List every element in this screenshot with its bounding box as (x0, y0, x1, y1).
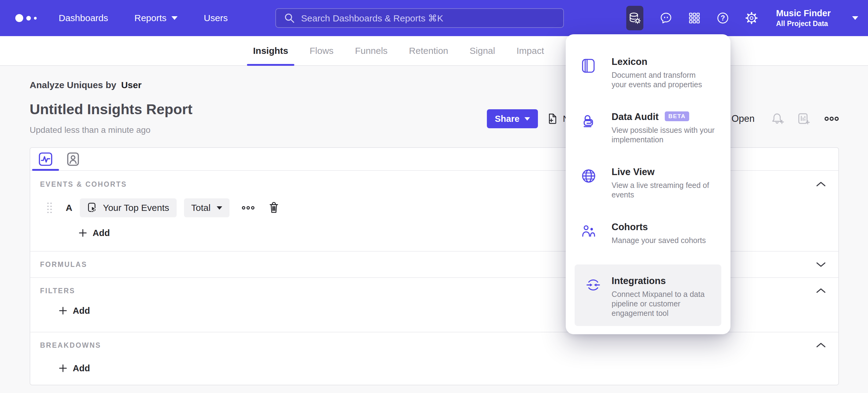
analysis-type-label: Analyze Uniques by (30, 80, 116, 90)
more-options-button[interactable] (824, 115, 839, 122)
menu-item-data-audit[interactable]: Data Audit BETA View possible issues wit… (566, 111, 731, 144)
chevron-down-icon (217, 206, 222, 210)
event-row-letter: A (66, 203, 72, 213)
event-icon (87, 202, 98, 213)
logo-dot-medium (26, 16, 31, 21)
menu-item-title: Cohorts (612, 222, 648, 233)
users-view-tab[interactable] (66, 152, 81, 167)
bell-plus-icon (772, 112, 784, 125)
menu-item-description: Connect Mixpanel to a data pipeline or c… (612, 289, 712, 318)
menu-item-title: Live View (612, 167, 655, 177)
expand-formulas-button[interactable] (816, 261, 826, 268)
more-horizontal-icon (242, 205, 255, 210)
menu-item-lexicon[interactable]: Lexicon Document and transform your even… (566, 56, 731, 89)
pulse-chart-icon (38, 152, 53, 167)
event-selector[interactable]: Your Top Events (80, 198, 177, 217)
share-label: Share (495, 114, 520, 124)
menu-item-description: View a live streaming feed of events (612, 180, 725, 200)
menu-item-cohorts[interactable]: Cohorts Manage your saved cohorts (566, 222, 731, 245)
collapse-filters-button[interactable] (816, 288, 826, 294)
event-row-more-button[interactable] (242, 205, 255, 210)
tab-label: Flows (310, 46, 334, 56)
add-to-dashboard-button[interactable] (797, 112, 810, 125)
add-breakdown-button[interactable]: Add (59, 359, 838, 378)
events-view-tab-active[interactable] (38, 152, 53, 167)
chevron-up-icon (816, 181, 826, 187)
top-nav: Dashboards Reports Users Search Dashboar… (0, 0, 868, 36)
nav-item-dashboards[interactable]: Dashboards (59, 13, 108, 23)
global-search-input[interactable]: Search Dashboards & Reports ⌘K (275, 8, 564, 28)
tab-retention[interactable]: Retention (408, 36, 449, 65)
gear-icon (745, 12, 758, 24)
project-scope: All Project Data (776, 20, 831, 28)
report-tabbar: Insights Flows Funnels Retention Signal … (0, 36, 868, 66)
section-label-breakdowns: BREAKDOWNS (40, 341, 101, 349)
add-label: Add (73, 363, 90, 373)
active-view-underline (32, 169, 59, 171)
add-label: Add (73, 306, 90, 316)
menu-item-title: Lexicon (612, 56, 647, 67)
settings-button[interactable] (745, 12, 758, 24)
help-button[interactable]: ? (717, 12, 729, 24)
create-alert-button[interactable] (772, 112, 784, 125)
aggregation-value: Total (191, 203, 211, 213)
data-management-dropdown: Lexicon Document and transform your even… (566, 34, 731, 334)
search-placeholder: Search Dashboards & Reports ⌘K (301, 13, 443, 24)
nav-item-reports[interactable]: Reports (134, 13, 178, 23)
person-badge-icon (66, 152, 81, 167)
tab-label: Signal (470, 46, 495, 56)
collapse-breakdowns-button[interactable] (816, 342, 826, 348)
grid-icon (689, 12, 700, 24)
collapse-events-button[interactable] (816, 181, 826, 187)
menu-item-description: Manage your saved cohorts (612, 236, 725, 245)
logo-dot-small (34, 17, 37, 20)
nav-item-label: Dashboards (59, 13, 108, 23)
tab-flows[interactable]: Flows (308, 36, 335, 65)
tab-signal[interactable]: Signal (468, 36, 496, 65)
open-label: Open (732, 113, 754, 124)
new-document-icon (547, 113, 559, 125)
drag-handle[interactable] (48, 203, 52, 213)
aggregation-selector[interactable]: Total (184, 198, 229, 217)
nav-item-users[interactable]: Users (204, 13, 228, 23)
chevron-up-icon (816, 342, 826, 348)
share-button[interactable]: Share (487, 109, 538, 128)
apps-grid-button[interactable] (689, 12, 700, 24)
share-group: Share Ne (487, 109, 575, 128)
nav-right-cluster: ? Music Finder All Project Data (626, 0, 858, 36)
analysis-entity-selector[interactable]: User (121, 80, 142, 90)
plus-icon (59, 306, 67, 315)
data-management-button-active[interactable] (626, 6, 643, 30)
project-chevron-down-icon[interactable] (852, 16, 858, 20)
book-icon (581, 58, 596, 74)
project-switcher[interactable]: Music Finder All Project Data (776, 8, 831, 28)
database-gear-icon (629, 12, 641, 24)
menu-item-integrations-hovered[interactable]: Integrations Connect Mixpanel to a data … (575, 264, 721, 326)
primary-nav: Dashboards Reports Users (59, 13, 228, 23)
mixpanel-logo[interactable] (15, 14, 37, 22)
active-tab-underline (247, 64, 294, 66)
tab-insights[interactable]: Insights (252, 36, 289, 65)
menu-item-title: Data Audit (612, 111, 659, 122)
delete-event-button[interactable] (268, 201, 280, 214)
tab-funnels[interactable]: Funnels (353, 36, 389, 65)
section-label-filters: FILTERS (40, 287, 75, 295)
feedback-bubble-icon (660, 12, 672, 24)
menu-item-description: View possible issues with your implement… (612, 125, 725, 144)
chevron-down-icon (172, 16, 178, 20)
help-icon: ? (717, 12, 729, 24)
cohorts-icon (581, 223, 596, 239)
tab-label: Impact (517, 46, 544, 56)
report-actions: Open (712, 109, 839, 128)
report-tabs: Insights Flows Funnels Retention Signal … (252, 36, 545, 65)
menu-item-description: Document and transform your events and p… (612, 71, 706, 89)
globe-icon (581, 168, 596, 184)
search-icon (284, 12, 295, 24)
feedback-button[interactable] (660, 12, 672, 24)
chart-plus-icon (797, 112, 810, 125)
section-breakdowns: BREAKDOWNS Add (30, 332, 838, 378)
tab-label: Insights (253, 46, 288, 56)
section-label-events: EVENTS & COHORTS (40, 180, 127, 189)
tab-impact[interactable]: Impact (515, 36, 545, 65)
menu-item-live-view[interactable]: Live View View a live streaming feed of … (566, 167, 731, 200)
